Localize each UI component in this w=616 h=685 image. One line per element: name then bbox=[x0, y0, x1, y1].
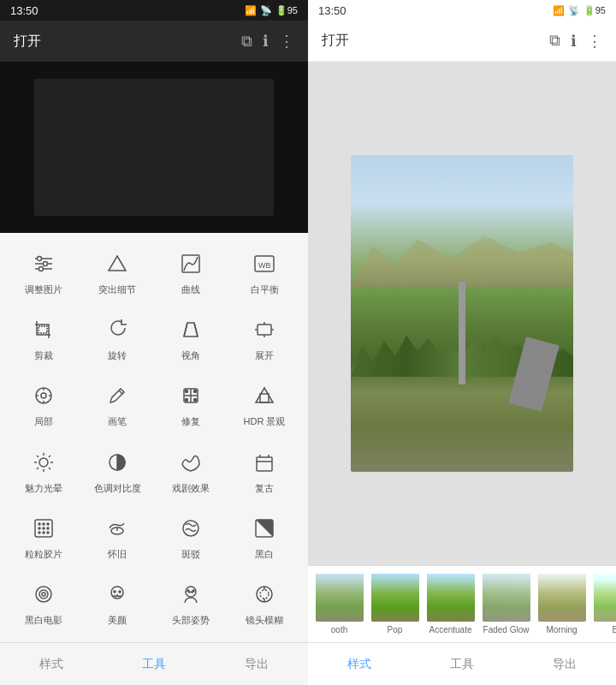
svg-line-42 bbox=[49, 456, 50, 457]
svg-point-67 bbox=[114, 591, 116, 593]
left-layers-icon[interactable]: ⧉ bbox=[241, 33, 252, 51]
tool-adjust[interactable]: 调整图片 bbox=[14, 247, 74, 295]
photo-mountains bbox=[351, 218, 573, 287]
right-more-icon[interactable]: ⋮ bbox=[587, 32, 602, 51]
tool-expand-label: 展开 bbox=[255, 350, 274, 361]
tool-vintage-label: 复古 bbox=[255, 483, 274, 494]
tool-spotted-label: 斑驳 bbox=[181, 549, 200, 560]
tool-hdr[interactable]: HDR 景观 bbox=[234, 378, 294, 427]
tool-glamour[interactable]: 魅力光晕 bbox=[14, 445, 74, 494]
left-panel: 13:50 📶 📡 🔋95 打开 ⧉ ℹ ⋮ bbox=[0, 0, 308, 685]
filter-fadedglow[interactable]: Faded Glow bbox=[478, 570, 534, 638]
right-tab-export[interactable]: 导出 bbox=[539, 653, 590, 676]
right-signal-icon: 📶 bbox=[553, 5, 565, 16]
svg-point-55 bbox=[47, 527, 49, 529]
tool-healing[interactable]: 修复 bbox=[161, 378, 221, 427]
filter-bri[interactable]: Bri bbox=[589, 570, 616, 638]
tool-local[interactable]: 局部 bbox=[14, 378, 74, 427]
tool-rotate[interactable]: 旋转 bbox=[87, 313, 147, 361]
filter-morning[interactable]: Morning bbox=[534, 570, 589, 638]
tool-spotted[interactable]: 斑驳 bbox=[161, 511, 221, 560]
tool-nostalgia[interactable]: 怀旧 bbox=[87, 511, 147, 560]
tool-crop[interactable]: 剪裁 bbox=[14, 313, 74, 361]
tool-beauty[interactable]: 美颜 bbox=[87, 577, 147, 626]
filter-pop[interactable]: Pop bbox=[367, 570, 423, 638]
tool-adjust-label: 调整图片 bbox=[25, 284, 62, 295]
tool-bwfilm-label: 黑白电影 bbox=[25, 615, 62, 626]
tool-hdr-label: HDR 景观 bbox=[244, 416, 286, 427]
curves-icon bbox=[174, 247, 208, 281]
left-tab-tools[interactable]: 工具 bbox=[128, 653, 180, 676]
right-tab-style[interactable]: 样式 bbox=[334, 653, 385, 676]
right-wifi-icon: 📡 bbox=[568, 5, 580, 16]
tool-brush[interactable]: 画笔 bbox=[87, 378, 147, 427]
bw-icon bbox=[247, 511, 281, 545]
filter-morning-thumb bbox=[538, 574, 586, 622]
tool-vintage[interactable]: 复古 bbox=[234, 445, 294, 494]
tool-curves[interactable]: 曲线 bbox=[161, 247, 221, 295]
left-more-icon[interactable]: ⋮ bbox=[279, 32, 294, 51]
bwfilm-icon bbox=[27, 577, 61, 611]
tool-perspective[interactable]: 视角 bbox=[161, 313, 221, 361]
tool-tonal[interactable]: 色调对比度 bbox=[87, 445, 147, 494]
svg-point-64 bbox=[39, 590, 48, 599]
main-photo bbox=[351, 155, 573, 472]
tools-row-5: 粒粒胶片 怀旧 bbox=[7, 511, 301, 560]
lensblur-icon bbox=[247, 577, 281, 611]
filter-pop-label: Pop bbox=[388, 625, 403, 634]
crop-icon bbox=[27, 313, 61, 347]
filter-strip: ooth Pop Accentuate Faded Glow Morning bbox=[308, 565, 616, 642]
svg-point-29 bbox=[186, 390, 188, 393]
tool-headpose[interactable]: 头部姿势 bbox=[161, 577, 221, 626]
tool-detail[interactable]: 突出细节 bbox=[87, 247, 147, 295]
tool-bwfilm[interactable]: 黑白电影 bbox=[14, 577, 74, 626]
left-tab-style[interactable]: 样式 bbox=[26, 653, 77, 676]
right-open-button[interactable]: 打开 bbox=[322, 32, 349, 50]
left-bottom-tabs: 样式 工具 导出 bbox=[0, 642, 308, 685]
filter-bri-label: Bri bbox=[612, 625, 616, 634]
svg-point-65 bbox=[42, 593, 45, 596]
left-info-icon[interactable]: ℹ bbox=[263, 32, 269, 51]
local-icon bbox=[27, 378, 61, 413]
right-info-icon[interactable]: ℹ bbox=[571, 32, 577, 51]
filter-accentuate-thumb bbox=[427, 574, 475, 622]
vintage-icon bbox=[247, 445, 281, 480]
tool-lensblur[interactable]: 镜头模糊 bbox=[234, 577, 294, 626]
svg-line-41 bbox=[49, 468, 50, 469]
svg-point-5 bbox=[39, 267, 44, 271]
right-tab-tools[interactable]: 工具 bbox=[436, 653, 488, 676]
svg-point-3 bbox=[38, 257, 42, 261]
tool-glamour-label: 魅力光晕 bbox=[25, 483, 62, 494]
svg-marker-6 bbox=[109, 256, 126, 271]
svg-point-30 bbox=[194, 390, 197, 393]
rotate-icon bbox=[100, 313, 134, 347]
filter-fadedglow-label: Faded Glow bbox=[483, 625, 530, 634]
filter-accentuate[interactable]: Accentuate bbox=[423, 570, 478, 638]
left-tab-export[interactable]: 导出 bbox=[231, 653, 282, 676]
svg-point-70 bbox=[187, 590, 189, 592]
svg-point-57 bbox=[43, 532, 44, 533]
left-preview-area bbox=[0, 62, 308, 233]
nostalgia-icon bbox=[100, 511, 134, 545]
left-status-time: 13:50 bbox=[10, 4, 38, 17]
filter-smooth[interactable]: ooth bbox=[311, 570, 367, 638]
svg-point-54 bbox=[43, 527, 44, 529]
svg-point-53 bbox=[38, 527, 40, 529]
left-tools-grid: 调整图片 突出细节 曲线 bbox=[0, 233, 308, 642]
right-topbar: 打开 ⧉ ℹ ⋮ bbox=[308, 21, 616, 62]
tool-brush-label: 画笔 bbox=[108, 416, 127, 427]
tools-row-2: 剪裁 旋转 视角 bbox=[7, 313, 301, 361]
tool-grainy[interactable]: 粒粒胶片 bbox=[14, 511, 74, 560]
brush-icon bbox=[100, 378, 134, 413]
filter-fadedglow-thumb bbox=[483, 574, 530, 622]
right-layers-icon[interactable]: ⧉ bbox=[549, 32, 560, 50]
left-open-button[interactable]: 打开 bbox=[14, 33, 41, 51]
tool-wb[interactable]: WB 白平衡 bbox=[234, 247, 294, 295]
tool-drama[interactable]: 戏剧效果 bbox=[161, 445, 221, 494]
tool-drama-label: 戏剧效果 bbox=[172, 483, 210, 494]
tools-row-4: 魅力光晕 色调对比度 戏剧效果 bbox=[7, 445, 301, 494]
spotted-icon bbox=[174, 511, 208, 545]
tool-bw[interactable]: 黑白 bbox=[234, 511, 294, 560]
adjust-icon bbox=[27, 247, 61, 281]
tool-expand[interactable]: 展开 bbox=[234, 313, 294, 361]
